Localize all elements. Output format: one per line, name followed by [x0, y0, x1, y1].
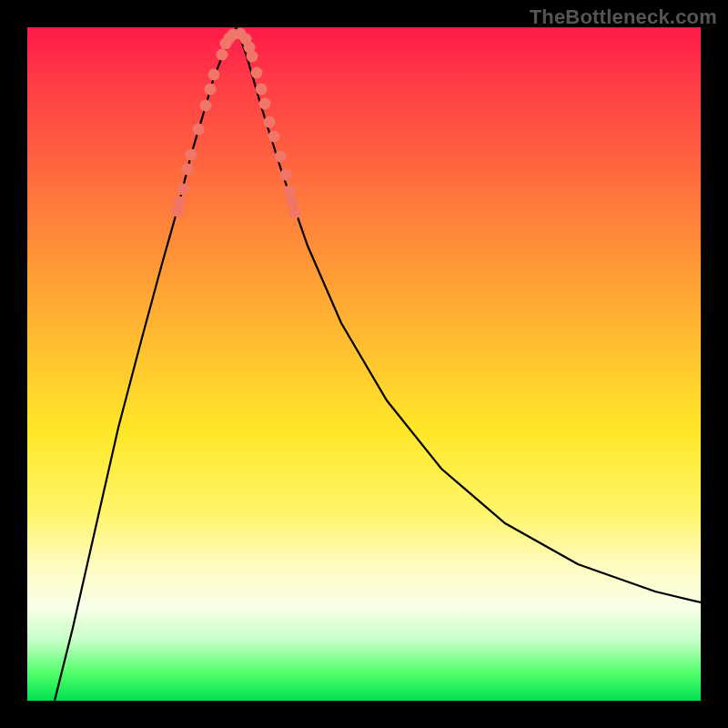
data-bead: [182, 164, 194, 176]
data-bead: [186, 149, 197, 161]
data-beads: [172, 28, 301, 219]
curve-layer: [27, 27, 701, 701]
data-bead: [284, 186, 296, 197]
data-bead: [259, 98, 271, 110]
data-bead: [264, 116, 276, 128]
curve-left-branch: [55, 27, 237, 701]
data-bead: [177, 184, 189, 196]
data-bead: [200, 100, 212, 112]
data-bead: [217, 49, 228, 61]
curve-right-branch: [237, 27, 701, 602]
data-bead: [235, 28, 247, 40]
data-bead: [193, 124, 205, 136]
data-bead: [247, 51, 258, 63]
data-bead: [174, 197, 186, 208]
chart-frame: TheBottleneck.com: [0, 0, 728, 728]
data-bead: [268, 131, 280, 143]
watermark-text: TheBottleneck.com: [530, 5, 717, 29]
data-bead: [275, 151, 287, 163]
data-bead: [256, 84, 268, 96]
data-bead: [251, 67, 263, 79]
data-bead: [205, 84, 217, 96]
data-bead: [280, 169, 292, 181]
data-bead: [287, 197, 298, 208]
data-bead: [208, 69, 220, 81]
data-bead: [289, 207, 301, 219]
